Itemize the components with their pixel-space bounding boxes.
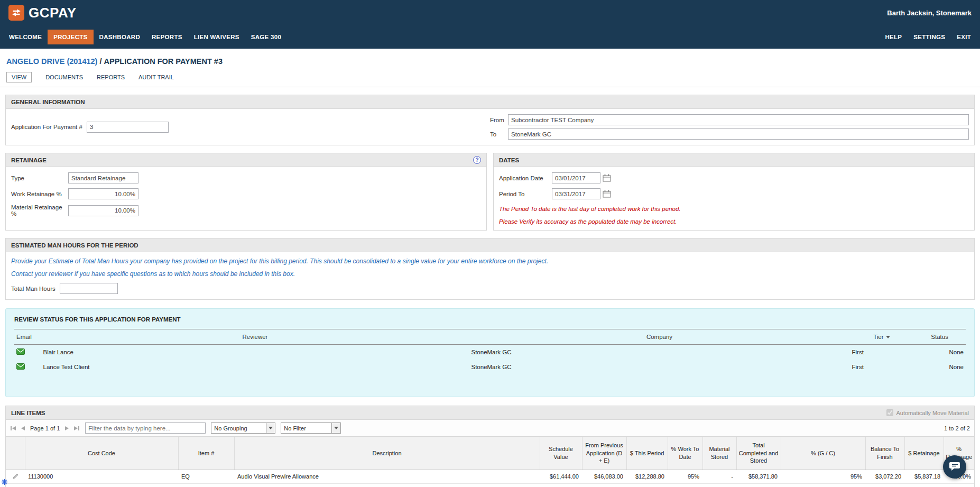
chat-icon	[949, 461, 960, 473]
cell-pct-retainage: 10.0%	[944, 483, 974, 487]
dates-section: DATES Application Date Peri	[493, 153, 975, 231]
auto-move-material-label: Automatically Move Material	[896, 410, 969, 416]
accessibility-widget-icon[interactable]	[2, 479, 7, 486]
col-tier[interactable]: Tier	[849, 329, 913, 345]
total-man-hours-input[interactable]	[60, 283, 118, 294]
chat-button[interactable]	[943, 455, 966, 479]
cell-balance-to-finish: $9,015.45	[865, 483, 904, 487]
from-input[interactable]	[508, 114, 969, 125]
nav-item-settings[interactable]: SETTINGS	[908, 30, 951, 44]
pager-last-icon[interactable]	[73, 426, 80, 431]
col-pct-work-to-date: % Work To Date	[668, 437, 702, 470]
col-cost-code: Cost Code	[25, 437, 178, 470]
to-input[interactable]	[508, 128, 969, 140]
main-content: GENERAL INFORMATION Application For Paym…	[0, 95, 980, 487]
cell-description: Appliances	[234, 483, 540, 487]
col-item-number: Item #	[178, 437, 234, 470]
pager-first-icon[interactable]	[10, 426, 16, 431]
line-item-row: 11452000 EQ Appliances $180,309.00 $135,…	[6, 483, 974, 487]
edit-icon[interactable]	[12, 474, 19, 481]
retainage-type-input[interactable]	[68, 172, 138, 183]
total-man-hours-label: Total Man Hours	[11, 286, 60, 292]
grouping-select[interactable]: No Grouping	[211, 422, 275, 434]
reviewer-status: None	[913, 360, 966, 374]
nav-item-welcome[interactable]: WELCOME	[3, 30, 48, 44]
to-label: To	[490, 131, 508, 137]
reviewer-name: Lance Test Client	[41, 360, 469, 374]
cell-from-previous: $135,231.75	[582, 483, 626, 487]
line-items-filter-input[interactable]	[85, 422, 206, 434]
reviewer-name: Blair Lance	[41, 345, 469, 360]
col-company: Company	[469, 329, 849, 345]
application-number-input[interactable]	[87, 122, 169, 133]
col-schedule-value: Schedule Value	[540, 437, 582, 470]
tab-documents[interactable]: DOCUMENTS	[45, 74, 83, 80]
pager-next-icon[interactable]	[64, 426, 70, 431]
edit-column-header	[6, 437, 25, 470]
cell-dollar-retainage: $5,837.18	[904, 470, 944, 483]
filter-select[interactable]: No Filter	[281, 422, 341, 434]
gcpay-logo[interactable]: GCPAY	[8, 5, 77, 21]
user-name: Barth Jacksin, Stonemark	[887, 9, 972, 17]
material-retainage-input[interactable]	[68, 205, 138, 216]
line-items-toolbar: Page 1 of 1 No Grouping No Filter 1 to 2…	[6, 420, 974, 437]
tab-view[interactable]: VIEW	[6, 72, 32, 82]
col-material-stored: Material Stored	[702, 437, 736, 470]
cell-total-completed: $58,371.80	[736, 470, 781, 483]
nav-item-sage-300[interactable]: SAGE 300	[245, 30, 287, 44]
breadcrumb-separator: /	[97, 57, 104, 66]
reviewer-company: StoneMark GC	[469, 360, 849, 374]
reviewer-tier: First	[849, 360, 913, 374]
col-reviewer: Reviewer	[41, 329, 469, 345]
review-table-header-row: Email Reviewer Company Tier Status	[14, 329, 966, 345]
reviewer-company: StoneMark GC	[469, 345, 849, 360]
cell-pct-g-c: 95%	[781, 483, 865, 487]
nav-item-projects[interactable]: PROJECTS	[48, 30, 93, 44]
tab-reports[interactable]: REPORTS	[97, 74, 125, 80]
col-total-completed-stored: Total Completed and Stored	[736, 437, 781, 470]
email-icon[interactable]	[16, 350, 25, 356]
general-information-header: GENERAL INFORMATION	[6, 95, 974, 109]
brand-name: GCPAY	[29, 5, 77, 21]
col-email: Email	[14, 329, 41, 345]
cell-item-number: EQ	[178, 483, 234, 487]
cell-balance-to-finish: $3,072.20	[865, 470, 904, 483]
top-header: GCPAY Barth Jacksin, Stonemark	[0, 0, 980, 25]
cell-this-period: $12,288.80	[626, 470, 668, 483]
pager-prev-icon[interactable]	[20, 426, 25, 431]
period-to-input[interactable]	[552, 188, 600, 199]
sort-caret-icon	[886, 336, 890, 338]
calendar-icon[interactable]	[603, 174, 611, 182]
nav-item-lien-waivers[interactable]: LIEN WAIVERS	[188, 30, 245, 44]
email-icon[interactable]	[16, 364, 25, 371]
page-tabs: VIEW DOCUMENTS REPORTS AUDIT TRAIL	[0, 66, 980, 87]
chevron-down-icon	[331, 423, 340, 433]
pager-page-text: Page 1 of 1	[29, 425, 61, 431]
nav-item-help[interactable]: HELP	[879, 30, 908, 44]
application-date-input[interactable]	[552, 172, 600, 183]
line-items-section: LINE ITEMS Automatically Move Material P…	[5, 406, 975, 487]
nav-item-reports[interactable]: REPORTS	[146, 30, 188, 44]
nav-item-dashboard[interactable]: DASHBOARD	[94, 30, 146, 44]
general-information-section: GENERAL INFORMATION Application For Paym…	[5, 95, 975, 145]
application-number-label: Application For Payment #	[11, 124, 82, 130]
work-retainage-input[interactable]	[68, 188, 138, 199]
help-icon[interactable]: ?	[473, 156, 481, 164]
page-title: APPLICATION FOR PAYMENT #3	[104, 57, 223, 66]
nav-item-exit[interactable]: EXIT	[951, 30, 977, 44]
cell-this-period: $36,061.80	[626, 483, 668, 487]
period-to-label: Period To	[499, 191, 552, 197]
breadcrumb-project-link[interactable]: ANGELO DRIVE (201412)	[6, 57, 97, 66]
col-pct-g-c: % (G / C)	[781, 437, 865, 470]
reviewer-tier: First	[849, 345, 913, 360]
review-status-panel: REVIEW STATUS FOR THIS APPLICATION FOR P…	[5, 308, 975, 397]
cell-pct-g-c: 95%	[781, 470, 865, 483]
reviewer-status: None	[913, 345, 966, 360]
reviewer-row: Lance Test Client StoneMark GC First Non…	[14, 360, 966, 374]
grouping-select-value: No Grouping	[211, 425, 266, 431]
calendar-icon[interactable]	[603, 190, 611, 198]
cell-pct-work-to-date: 95%	[668, 470, 702, 483]
work-retainage-label: Work Retainage %	[11, 191, 68, 197]
cell-from-previous: $46,083.00	[582, 470, 626, 483]
tab-audit-trail[interactable]: AUDIT TRAIL	[138, 74, 174, 80]
